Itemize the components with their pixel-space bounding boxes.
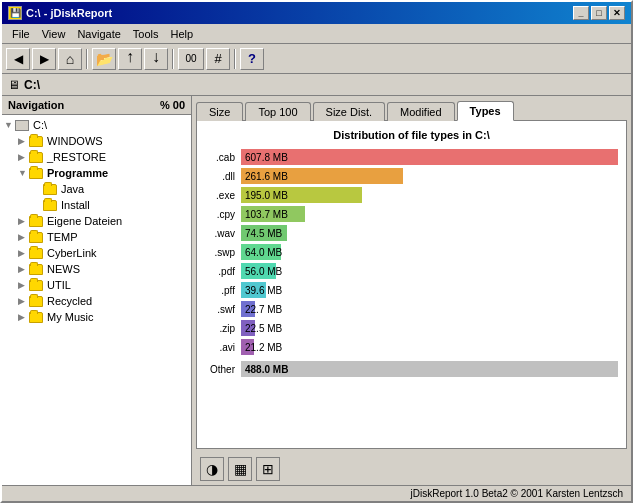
bottom-icons: ◑ ▦ ⊞ [192, 453, 631, 485]
tree-item-programme[interactable]: ▼ Programme [2, 165, 191, 181]
bar-value: 74.5 MB [241, 228, 282, 239]
back-button[interactable]: ◀ [6, 48, 30, 70]
expand-icon: ▶ [18, 280, 28, 290]
folder-icon [28, 310, 44, 324]
nav-panel: Navigation % 00 ▼ C:\ ▶ WINDOWS ▶ [2, 96, 192, 485]
menu-file[interactable]: File [6, 26, 36, 42]
bar-container: 56.0 MB [241, 263, 618, 279]
tree-label: TEMP [47, 231, 78, 243]
home-button[interactable]: ⌂ [58, 48, 82, 70]
tree-item-restore[interactable]: ▶ _RESTORE [2, 149, 191, 165]
drive-icon: 🖥 [8, 78, 20, 92]
maximize-button[interactable]: □ [591, 6, 607, 20]
status-bar: jDiskReport 1.0 Beta2 © 2001 Karsten Len… [2, 485, 631, 501]
bar-label: .exe [205, 190, 235, 201]
tree-item-cyberlink[interactable]: ▶ CyberLink [2, 245, 191, 261]
bar-container: 39.6 MB [241, 282, 618, 298]
folder-icon [28, 262, 44, 276]
sort-asc-button[interactable]: ↑ [118, 48, 142, 70]
address-path: C:\ [24, 78, 40, 92]
menu-tools[interactable]: Tools [127, 26, 165, 42]
tree-item-recycled[interactable]: ▶ Recycled [2, 293, 191, 309]
chart-area: Distribution of file types in C:\ .cab 6… [196, 120, 627, 449]
bar-value: 261.6 MB [241, 171, 288, 182]
tree-item-util[interactable]: ▶ UTIL [2, 277, 191, 293]
forward-button[interactable]: ▶ [32, 48, 56, 70]
tree-item-temp[interactable]: ▶ TEMP [2, 229, 191, 245]
sort-desc-button[interactable]: ↓ [144, 48, 168, 70]
tree-item-windows[interactable]: ▶ WINDOWS [2, 133, 191, 149]
detail-panel: Size Top 100 Size Dist. Modified Types D… [192, 96, 631, 485]
bar-label: .cpy [205, 209, 235, 220]
bar-container: 195.0 MB [241, 187, 618, 203]
tab-size[interactable]: Size [196, 102, 243, 121]
app-icon: 💾 [8, 6, 22, 20]
expand-icon: ▼ [18, 168, 28, 178]
bar-row: .pff 39.6 MB [205, 282, 618, 298]
percent-button[interactable]: 00 [178, 48, 204, 70]
folder-icon [28, 134, 44, 148]
bar-row: .avi 21.2 MB [205, 339, 618, 355]
folder-icon [28, 294, 44, 308]
bar-value: 39.6 MB [241, 285, 282, 296]
status-text: jDiskReport 1.0 Beta2 © 2001 Karsten Len… [411, 488, 624, 499]
folder-icon [28, 278, 44, 292]
bar-row: .pdf 56.0 MB [205, 263, 618, 279]
tree-label: Programme [47, 167, 108, 179]
tree-label: Java [61, 183, 84, 195]
tab-types[interactable]: Types [457, 101, 514, 121]
bar-row: .zip 22.5 MB [205, 320, 618, 336]
tree-item-java[interactable]: Java [2, 181, 191, 197]
bar-value: 195.0 MB [241, 190, 288, 201]
tree-label: Eigene Dateien [47, 215, 122, 227]
other-bar: 488.0 MB [241, 361, 618, 377]
tree-item-mymusic[interactable]: ▶ My Music [2, 309, 191, 325]
folder-icon [42, 198, 58, 212]
menu-help[interactable]: Help [165, 26, 200, 42]
nav-tree[interactable]: ▼ C:\ ▶ WINDOWS ▶ _RESTORE [2, 115, 191, 485]
nav-percent: % 00 [160, 99, 185, 111]
bar-label: .dll [205, 171, 235, 182]
tree-item-news[interactable]: ▶ NEWS [2, 261, 191, 277]
tree-item-install[interactable]: Install [2, 197, 191, 213]
menu-navigate[interactable]: Navigate [71, 26, 126, 42]
close-button[interactable]: ✕ [609, 6, 625, 20]
tabs-container: Size Top 100 Size Dist. Modified Types [192, 96, 631, 120]
tree-item-eigene[interactable]: ▶ Eigene Dateien [2, 213, 191, 229]
bar-row: .swf 22.7 MB [205, 301, 618, 317]
grid-icon[interactable]: ⊞ [256, 457, 280, 481]
expand-icon: ▶ [18, 312, 28, 322]
bar-container: 103.7 MB [241, 206, 618, 222]
tab-sizedist[interactable]: Size Dist. [313, 102, 385, 121]
toolbar-sep-2 [172, 49, 174, 69]
bars-container: .cab 607.8 MB .dll 261.6 MB .exe 195.0 M… [205, 149, 618, 358]
title-bar: 💾 C:\ - jDiskReport _ □ ✕ [2, 2, 631, 24]
help-button[interactable]: ? [240, 48, 264, 70]
expand-icon: ▶ [18, 248, 28, 258]
bar-container: 22.5 MB [241, 320, 618, 336]
bar-row: .wav 74.5 MB [205, 225, 618, 241]
menu-view[interactable]: View [36, 26, 72, 42]
bar-label: .avi [205, 342, 235, 353]
tree-item-root[interactable]: ▼ C:\ [2, 117, 191, 133]
folder-icon [28, 246, 44, 260]
toolbar-sep-3 [234, 49, 236, 69]
main-window: 💾 C:\ - jDiskReport _ □ ✕ File View Navi… [0, 0, 633, 503]
pie-chart-icon[interactable]: ◑ [200, 457, 224, 481]
expand-icon: ▶ [18, 152, 28, 162]
tree-label: _RESTORE [47, 151, 106, 163]
bar-value: 607.8 MB [241, 152, 288, 163]
bar-label: .wav [205, 228, 235, 239]
other-label: Other [205, 364, 235, 375]
bar-fill [241, 149, 618, 165]
open-button[interactable]: 📂 [92, 48, 116, 70]
bar-chart-icon[interactable]: ▦ [228, 457, 252, 481]
bar-value: 21.2 MB [241, 342, 282, 353]
tab-top100[interactable]: Top 100 [245, 102, 310, 121]
tree-label: CyberLink [47, 247, 97, 259]
hash-button[interactable]: # [206, 48, 230, 70]
tab-modified[interactable]: Modified [387, 102, 455, 121]
expand-icon: ▼ [4, 120, 14, 130]
minimize-button[interactable]: _ [573, 6, 589, 20]
bar-value: 103.7 MB [241, 209, 288, 220]
